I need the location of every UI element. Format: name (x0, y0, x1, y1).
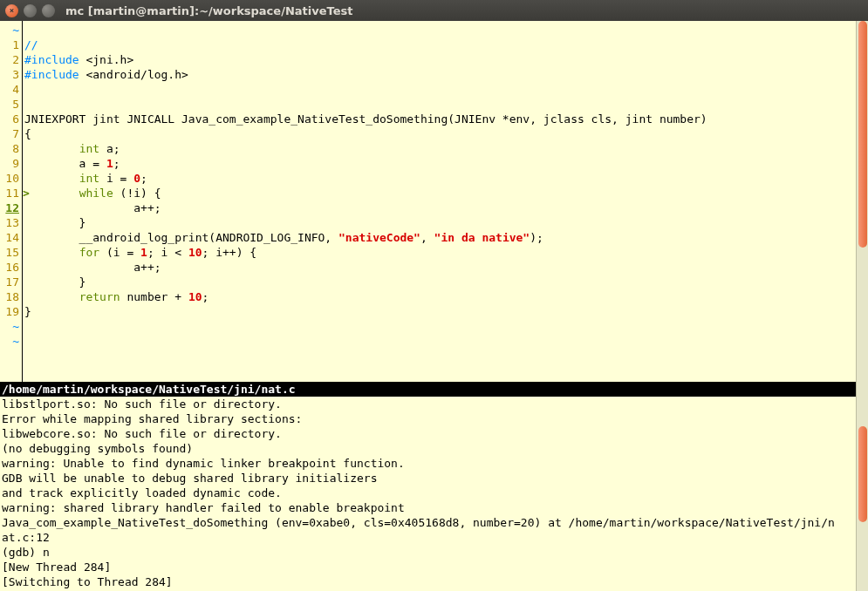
line-number: 9 (3, 156, 19, 171)
editor-pane[interactable]: ~12345678910111213141516171819~~ //#incl… (0, 21, 868, 382)
window-controls: × (5, 4, 55, 17)
terminal-line: at.c:12 (2, 530, 866, 545)
scrollbar-thumb-bottom[interactable] (858, 426, 867, 522)
code-line[interactable]: a++; (24, 200, 868, 215)
line-number: 8 (3, 141, 19, 156)
code-line[interactable]: int i = 0; (24, 171, 868, 186)
terminal-pane[interactable]: libstlport.so: No such file or directory… (0, 397, 868, 591)
file-path: /home/martin/workspace/NativeTest/jni/na… (2, 383, 296, 396)
empty-line (24, 334, 868, 349)
terminal-line: warning: Unable to find dynamic linker b… (2, 456, 866, 471)
line-number: 17 (3, 275, 19, 289)
code-line[interactable]: for (i = 1; i < 10; i++) { (24, 245, 868, 260)
status-bar: /home/martin/workspace/NativeTest/jni/na… (0, 382, 868, 397)
line-number: 4 (3, 82, 19, 97)
code-line[interactable]: } (24, 215, 868, 230)
terminal-line: libwebcore.so: No such file or directory… (2, 426, 866, 441)
code-line[interactable]: #include <android/log.h> (24, 67, 868, 82)
terminal-line: [New Thread 284] (2, 560, 866, 574)
code-line[interactable]: __android_log_print(ANDROID_LOG_INFO, "n… (24, 230, 868, 245)
close-button[interactable]: × (5, 4, 18, 17)
app-root: ~12345678910111213141516171819~~ //#incl… (0, 21, 868, 591)
line-number: 7 (3, 126, 19, 141)
code-line[interactable]: int a; (24, 141, 868, 156)
code-line[interactable]: { (24, 126, 868, 141)
line-number: 10 (3, 171, 19, 186)
line-number: 16 (3, 260, 19, 275)
terminal-line: (no debugging symbols found) (2, 441, 866, 456)
line-number-gutter: ~12345678910111213141516171819~~ (0, 21, 23, 382)
terminal-line: libstlport.so: No such file or directory… (2, 397, 866, 411)
code-line[interactable]: JNIEXPORT jint JNICALL Java_com_example_… (24, 112, 868, 126)
gutter-tilde: ~ (3, 334, 19, 349)
line-number: 19 (3, 304, 19, 319)
code-area[interactable]: //#include <jni.h>#include <android/log.… (23, 21, 868, 382)
empty-line (24, 23, 868, 37)
empty-line (24, 319, 868, 334)
line-number: 18 (3, 289, 19, 304)
line-number: 13 (3, 215, 19, 230)
terminal-line: GDB will be unable to debug shared libra… (2, 471, 866, 486)
line-number: 14 (3, 230, 19, 245)
terminal-line: Java_com_example_NativeTest_doSomething … (2, 515, 866, 530)
maximize-button[interactable] (42, 4, 55, 17)
minimize-button[interactable] (24, 4, 37, 17)
scrollbar[interactable] (856, 21, 868, 591)
gutter-tilde: ~ (3, 23, 19, 37)
terminal-line: [Switching to Thread 284] (2, 574, 866, 589)
line-number: 6 (3, 112, 19, 126)
window-title: mc [martin@martin]:~/workspace/NativeTes… (65, 4, 352, 17)
code-line[interactable]: } (24, 304, 868, 319)
code-line[interactable]: } (24, 275, 868, 289)
terminal-line: and track explicitly loaded dynamic code… (2, 486, 866, 500)
line-number: 1 (3, 37, 19, 52)
code-line[interactable]: while (!i) { (24, 186, 868, 200)
line-number: 15 (3, 245, 19, 260)
code-line[interactable]: #include <jni.h> (24, 52, 868, 67)
code-line[interactable]: return number + 10; (24, 289, 868, 304)
window-titlebar: × mc [martin@martin]:~/workspace/NativeT… (0, 0, 868, 21)
terminal-line: (gdb) n (2, 545, 866, 560)
code-line[interactable]: // (24, 37, 868, 52)
gutter-tilde: ~ (3, 319, 19, 334)
line-number: 5 (3, 97, 19, 112)
code-line[interactable]: a++; (24, 260, 868, 275)
code-line[interactable] (24, 97, 868, 112)
code-line[interactable] (24, 82, 868, 97)
line-number: 2 (3, 52, 19, 67)
line-number: 11 (3, 186, 19, 200)
line-number: 12 (3, 200, 19, 215)
scrollbar-thumb-top[interactable] (858, 21, 867, 248)
terminal-line: Error while mapping shared library secti… (2, 411, 866, 426)
line-number: 3 (3, 67, 19, 82)
code-line[interactable]: a = 1; (24, 156, 868, 171)
terminal-line: warning: shared library handler failed t… (2, 500, 866, 515)
